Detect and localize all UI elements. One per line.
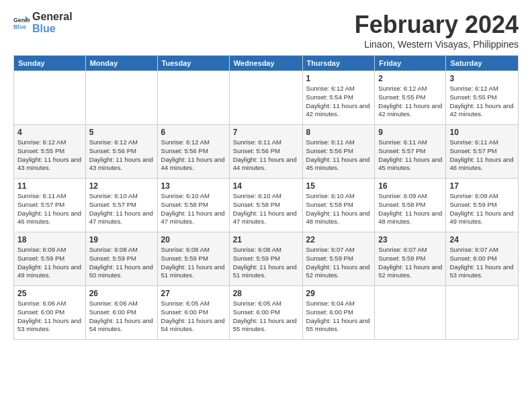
day-info: Sunrise: 6:11 AMSunset: 5:57 PMDaylight:…	[449, 138, 515, 173]
calendar-cell: 15Sunrise: 6:10 AMSunset: 5:58 PMDayligh…	[302, 179, 375, 232]
day-number: 2	[378, 74, 442, 83]
day-number: 13	[161, 181, 226, 191]
day-info: Sunrise: 6:12 AMSunset: 5:54 PMDaylight:…	[306, 85, 371, 119]
day-number: 29	[306, 289, 371, 298]
day-number: 15	[306, 181, 371, 191]
calendar-cell: 3Sunrise: 6:12 AMSunset: 5:55 PMDaylight…	[446, 71, 519, 125]
calendar-cell	[229, 71, 302, 125]
calendar-week-1: 1Sunrise: 6:12 AMSunset: 5:54 PMDaylight…	[14, 71, 519, 125]
col-saturday: Saturday	[446, 56, 519, 71]
day-number: 17	[449, 181, 515, 191]
day-info: Sunrise: 6:09 AMSunset: 5:58 PMDaylight:…	[378, 192, 442, 226]
calendar-cell: 25Sunrise: 6:06 AMSunset: 6:00 PMDayligh…	[14, 286, 86, 340]
day-number: 21	[233, 235, 299, 244]
calendar-cell: 11Sunrise: 6:11 AMSunset: 5:57 PMDayligh…	[14, 179, 86, 232]
day-number: 24	[449, 235, 515, 244]
calendar-week-5: 25Sunrise: 6:06 AMSunset: 6:00 PMDayligh…	[14, 286, 519, 340]
col-tuesday: Tuesday	[157, 56, 229, 71]
day-info: Sunrise: 6:11 AMSunset: 5:57 PMDaylight:…	[378, 138, 442, 173]
day-info: Sunrise: 6:08 AMSunset: 5:59 PMDaylight:…	[161, 246, 226, 280]
calendar-cell: 5Sunrise: 6:12 AMSunset: 5:56 PMDaylight…	[85, 125, 157, 179]
day-info: Sunrise: 6:10 AMSunset: 5:58 PMDaylight:…	[306, 192, 371, 226]
day-info: Sunrise: 6:09 AMSunset: 5:59 PMDaylight:…	[17, 246, 82, 280]
calendar-week-4: 18Sunrise: 6:09 AMSunset: 5:59 PMDayligh…	[14, 232, 519, 286]
page-header: General Blue General Blue February 2024 …	[13, 11, 519, 50]
calendar-table: Sunday Monday Tuesday Wednesday Thursday…	[13, 55, 519, 340]
day-info: Sunrise: 6:11 AMSunset: 5:57 PMDaylight:…	[17, 192, 82, 226]
calendar-cell: 18Sunrise: 6:09 AMSunset: 5:59 PMDayligh…	[14, 232, 86, 286]
col-sunday: Sunday	[14, 56, 86, 71]
calendar-cell: 1Sunrise: 6:12 AMSunset: 5:54 PMDaylight…	[302, 71, 375, 125]
calendar-header-row: Sunday Monday Tuesday Wednesday Thursday…	[14, 56, 519, 71]
calendar-cell: 20Sunrise: 6:08 AMSunset: 5:59 PMDayligh…	[157, 232, 229, 286]
day-number: 25	[17, 289, 82, 298]
day-number: 6	[161, 128, 226, 137]
day-number: 14	[233, 181, 299, 191]
day-number: 28	[233, 289, 299, 298]
day-number: 22	[306, 235, 371, 244]
day-info: Sunrise: 6:12 AMSunset: 5:56 PMDaylight:…	[89, 138, 154, 173]
calendar-cell: 26Sunrise: 6:06 AMSunset: 6:00 PMDayligh…	[85, 286, 157, 340]
day-info: Sunrise: 6:09 AMSunset: 5:59 PMDaylight:…	[449, 192, 515, 226]
calendar-cell: 9Sunrise: 6:11 AMSunset: 5:57 PMDaylight…	[375, 125, 446, 179]
day-info: Sunrise: 6:06 AMSunset: 6:00 PMDaylight:…	[17, 300, 82, 334]
day-info: Sunrise: 6:07 AMSunset: 5:59 PMDaylight:…	[306, 246, 371, 280]
calendar-cell: 28Sunrise: 6:05 AMSunset: 6:00 PMDayligh…	[229, 286, 302, 340]
day-info: Sunrise: 6:10 AMSunset: 5:57 PMDaylight:…	[89, 192, 154, 226]
calendar-cell: 4Sunrise: 6:12 AMSunset: 5:55 PMDaylight…	[14, 125, 86, 179]
day-info: Sunrise: 6:12 AMSunset: 5:55 PMDaylight:…	[378, 85, 442, 119]
location-title: Linaon, Western Visayas, Philippines	[355, 39, 519, 50]
day-info: Sunrise: 6:07 AMSunset: 5:59 PMDaylight:…	[378, 246, 442, 280]
calendar-cell: 21Sunrise: 6:08 AMSunset: 5:59 PMDayligh…	[229, 232, 302, 286]
day-number: 1	[306, 74, 371, 83]
day-info: Sunrise: 6:05 AMSunset: 6:00 PMDaylight:…	[233, 300, 299, 334]
logo: General Blue General Blue	[13, 11, 73, 34]
logo-text-blue: Blue	[32, 23, 73, 35]
calendar-week-2: 4Sunrise: 6:12 AMSunset: 5:55 PMDaylight…	[14, 125, 519, 179]
day-number: 8	[306, 128, 371, 137]
day-number: 11	[17, 181, 82, 191]
col-wednesday: Wednesday	[229, 56, 302, 71]
day-number: 18	[17, 235, 82, 244]
day-info: Sunrise: 6:12 AMSunset: 5:55 PMDaylight:…	[449, 85, 515, 119]
day-number: 19	[89, 235, 154, 244]
calendar-cell: 22Sunrise: 6:07 AMSunset: 5:59 PMDayligh…	[302, 232, 375, 286]
calendar-cell: 7Sunrise: 6:11 AMSunset: 5:56 PMDaylight…	[229, 125, 302, 179]
calendar-cell: 14Sunrise: 6:10 AMSunset: 5:58 PMDayligh…	[229, 179, 302, 232]
day-info: Sunrise: 6:05 AMSunset: 6:00 PMDaylight:…	[161, 300, 226, 334]
day-number: 5	[89, 128, 154, 137]
svg-text:Blue: Blue	[13, 23, 26, 30]
calendar-cell	[85, 71, 157, 125]
calendar-cell: 23Sunrise: 6:07 AMSunset: 5:59 PMDayligh…	[375, 232, 446, 286]
day-number: 27	[161, 289, 226, 298]
calendar-cell	[157, 71, 229, 125]
day-number: 3	[449, 74, 515, 83]
day-number: 20	[161, 235, 226, 244]
day-info: Sunrise: 6:12 AMSunset: 5:55 PMDaylight:…	[17, 138, 82, 173]
calendar-cell: 12Sunrise: 6:10 AMSunset: 5:57 PMDayligh…	[85, 179, 157, 232]
day-number: 23	[378, 235, 442, 244]
calendar-cell: 29Sunrise: 6:04 AMSunset: 6:00 PMDayligh…	[302, 286, 375, 340]
logo-icon: General Blue	[13, 15, 30, 31]
day-info: Sunrise: 6:04 AMSunset: 6:00 PMDaylight:…	[306, 300, 371, 334]
day-number: 12	[89, 181, 154, 191]
month-title: February 2024	[355, 11, 519, 39]
col-thursday: Thursday	[302, 56, 375, 71]
day-number: 10	[449, 128, 515, 137]
logo-text-general: General	[32, 11, 73, 23]
calendar-cell	[14, 71, 86, 125]
day-info: Sunrise: 6:12 AMSunset: 5:56 PMDaylight:…	[161, 138, 226, 173]
calendar-cell: 2Sunrise: 6:12 AMSunset: 5:55 PMDaylight…	[375, 71, 446, 125]
calendar-cell: 19Sunrise: 6:08 AMSunset: 5:59 PMDayligh…	[85, 232, 157, 286]
day-info: Sunrise: 6:11 AMSunset: 5:56 PMDaylight:…	[306, 138, 371, 173]
calendar-week-3: 11Sunrise: 6:11 AMSunset: 5:57 PMDayligh…	[14, 179, 519, 232]
calendar-cell: 10Sunrise: 6:11 AMSunset: 5:57 PMDayligh…	[446, 125, 519, 179]
calendar-cell: 16Sunrise: 6:09 AMSunset: 5:58 PMDayligh…	[375, 179, 446, 232]
day-info: Sunrise: 6:07 AMSunset: 6:00 PMDaylight:…	[449, 246, 515, 280]
day-info: Sunrise: 6:08 AMSunset: 5:59 PMDaylight:…	[233, 246, 299, 280]
calendar-cell: 27Sunrise: 6:05 AMSunset: 6:00 PMDayligh…	[157, 286, 229, 340]
col-friday: Friday	[375, 56, 446, 71]
day-info: Sunrise: 6:08 AMSunset: 5:59 PMDaylight:…	[89, 246, 154, 280]
calendar-cell: 24Sunrise: 6:07 AMSunset: 6:00 PMDayligh…	[446, 232, 519, 286]
day-number: 9	[378, 128, 442, 137]
